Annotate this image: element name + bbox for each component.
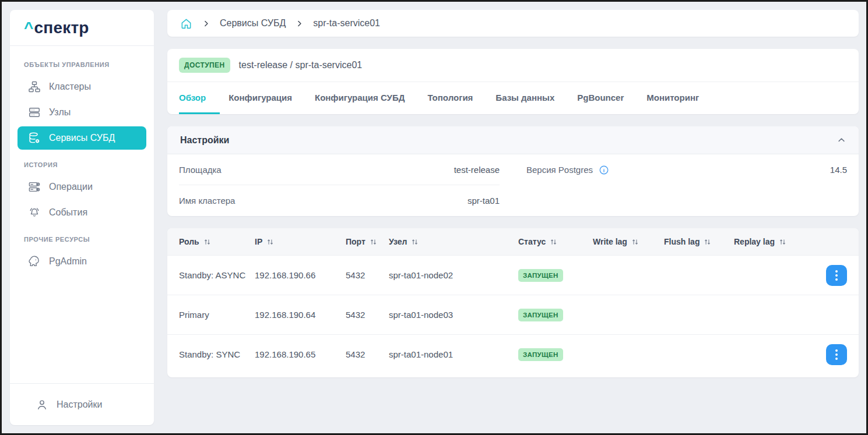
field-cluster-name: Имя кластера spr-ta01 bbox=[179, 185, 500, 216]
field-value: spr-ta01 bbox=[468, 196, 500, 206]
cell-port: 5432 bbox=[346, 310, 389, 320]
tab-overview[interactable]: Обзор bbox=[179, 82, 220, 114]
clusters-icon bbox=[28, 80, 41, 93]
column-label: Flush lag bbox=[664, 237, 700, 246]
status-badge: ЗАПУЩЕН bbox=[518, 348, 563, 361]
cell-port: 5432 bbox=[346, 349, 389, 359]
table-row: Primary 192.168.190.64 5432 spr-ta01-nod… bbox=[167, 295, 859, 334]
cell-status: ЗАПУЩЕН bbox=[518, 309, 593, 321]
column-label: Статус bbox=[518, 237, 546, 246]
cell-port: 5432 bbox=[346, 270, 389, 280]
sort-icon[interactable] bbox=[411, 238, 419, 246]
main-content: Сервисы СУБД spr-ta-service01 ДОСТУПЕН t… bbox=[167, 10, 859, 425]
field-label-text: Версия Postgres bbox=[526, 165, 593, 175]
row-actions-button[interactable] bbox=[826, 265, 847, 286]
chevron-right-icon bbox=[202, 20, 210, 27]
sidebar-item-operations[interactable]: Операции bbox=[17, 175, 146, 199]
pgadmin-icon bbox=[28, 255, 41, 268]
settings-card-title: Настройки bbox=[180, 135, 229, 146]
column-label: Порт bbox=[346, 237, 366, 246]
sidebar: ^спектр ОБЪЕКТЫ УПРАВЛЕНИЯ Кластеры bbox=[10, 10, 154, 425]
sidebar-nav: ОБЪЕКТЫ УПРАВЛЕНИЯ Кластеры bbox=[10, 46, 154, 383]
settings-card: Настройки Площадка test-release Имя клас… bbox=[167, 126, 859, 216]
column-label: Роль bbox=[179, 237, 199, 246]
home-icon[interactable] bbox=[180, 17, 192, 30]
field-value: test-release bbox=[454, 165, 500, 175]
row-actions-button[interactable] bbox=[826, 344, 847, 365]
sidebar-item-label: Сервисы СУБД bbox=[49, 133, 115, 143]
sidebar-item-clusters[interactable]: Кластеры bbox=[17, 75, 146, 98]
cell-role: Primary bbox=[179, 310, 255, 320]
cell-role: Standby: SYNC bbox=[179, 349, 255, 359]
chevron-up-icon[interactable] bbox=[837, 136, 846, 144]
kebab-icon bbox=[835, 349, 838, 352]
column-header-node: Узел bbox=[389, 237, 518, 246]
tab-pgbouncer[interactable]: PgBouncer bbox=[577, 82, 638, 114]
tab-topology[interactable]: Топология bbox=[427, 82, 487, 114]
app-screen: ^спектр ОБЪЕКТЫ УПРАВЛЕНИЯ Кластеры bbox=[0, 0, 868, 435]
events-icon bbox=[28, 206, 41, 219]
cell-ip: 192.168.190.64 bbox=[255, 310, 346, 320]
tab-monitoring[interactable]: Мониторинг bbox=[646, 82, 713, 114]
sidebar-item-label: Операции bbox=[49, 182, 93, 192]
breadcrumb: Сервисы СУБД spr-ta-service01 bbox=[167, 10, 859, 37]
tab-bar: Обзор Конфигурация Конфигурация СУБД Топ… bbox=[167, 82, 859, 114]
sidebar-item-pgadmin[interactable]: PgAdmin bbox=[17, 250, 146, 273]
field-label: Имя кластера bbox=[179, 196, 235, 206]
tab-configuration[interactable]: Конфигурация bbox=[229, 82, 306, 114]
cell-node: spr-ta01-node03 bbox=[389, 310, 518, 320]
field-site: Площадка test-release bbox=[179, 154, 500, 185]
sort-icon[interactable] bbox=[370, 238, 377, 246]
info-icon[interactable] bbox=[599, 165, 609, 175]
sort-icon[interactable] bbox=[266, 238, 274, 246]
field-value: 14.5 bbox=[830, 165, 847, 175]
user-icon bbox=[36, 398, 48, 411]
field-label: Версия Postgres bbox=[526, 165, 609, 175]
service-header-card: ДОСТУПЕН test-release / spr-ta-service01… bbox=[167, 49, 859, 114]
sort-icon[interactable] bbox=[631, 238, 639, 246]
tab-dbms-configuration[interactable]: Конфигурация СУБД bbox=[315, 82, 419, 114]
breadcrumb-item-current: spr-ta-service01 bbox=[313, 18, 380, 29]
app-logo: ^спектр bbox=[10, 10, 154, 46]
field-label: Площадка bbox=[179, 165, 222, 175]
cell-role: Standby: ASYNC bbox=[179, 270, 255, 280]
sidebar-footer-label: Настройки bbox=[57, 399, 102, 410]
settings-right-column: Версия Postgres 14.5 bbox=[526, 154, 847, 216]
chevron-right-icon bbox=[296, 20, 303, 27]
sidebar-item-nodes[interactable]: Узлы bbox=[17, 101, 146, 124]
tab-databases[interactable]: Базы данных bbox=[496, 82, 568, 114]
logo-brand-name: спектр bbox=[34, 19, 89, 37]
db-services-icon bbox=[28, 132, 41, 144]
settings-card-header: Настройки bbox=[167, 126, 859, 154]
column-label: Write lag bbox=[593, 237, 627, 246]
logo-caret-mark: ^ bbox=[24, 19, 34, 37]
nav-section-history: ИСТОРИЯ bbox=[10, 152, 154, 173]
settings-body: Площадка test-release Имя кластера spr-t… bbox=[167, 154, 859, 216]
column-header-role: Роль bbox=[179, 237, 255, 246]
nodes-table: Роль IP Порт Узел Статус bbox=[167, 228, 859, 377]
operations-icon bbox=[28, 181, 41, 193]
column-header-flush-lag: Flush lag bbox=[664, 237, 734, 246]
cell-ip: 192.168.190.65 bbox=[255, 349, 346, 359]
sort-icon[interactable] bbox=[550, 238, 557, 246]
sidebar-item-settings[interactable]: Настройки bbox=[10, 383, 154, 425]
status-badge: ДОСТУПЕН bbox=[179, 58, 230, 73]
service-title-row: ДОСТУПЕН test-release / spr-ta-service01 bbox=[167, 49, 859, 82]
sort-icon[interactable] bbox=[779, 238, 786, 246]
column-header-write-lag: Write lag bbox=[593, 237, 664, 246]
table-row: Standby: SYNC 192.168.190.65 5432 spr-ta… bbox=[167, 334, 859, 374]
column-label: Узел bbox=[389, 237, 407, 246]
settings-left-column: Площадка test-release Имя кластера spr-t… bbox=[179, 154, 500, 216]
sidebar-item-events[interactable]: События bbox=[17, 201, 146, 224]
sidebar-item-db-services[interactable]: Сервисы СУБД bbox=[17, 126, 146, 150]
sort-icon[interactable] bbox=[203, 238, 211, 246]
sort-icon[interactable] bbox=[704, 238, 711, 246]
column-header-port: Порт bbox=[346, 237, 389, 246]
service-title: test-release / spr-ta-service01 bbox=[239, 60, 363, 70]
kebab-icon bbox=[835, 270, 838, 273]
column-header-replay-lag: Replay lag bbox=[734, 237, 810, 246]
nav-section-management: ОБЪЕКТЫ УПРАВЛЕНИЯ bbox=[10, 52, 154, 73]
field-postgres-version: Версия Postgres 14.5 bbox=[526, 154, 847, 185]
cell-actions bbox=[810, 344, 847, 365]
breadcrumb-item-services[interactable]: Сервисы СУБД bbox=[220, 18, 286, 29]
